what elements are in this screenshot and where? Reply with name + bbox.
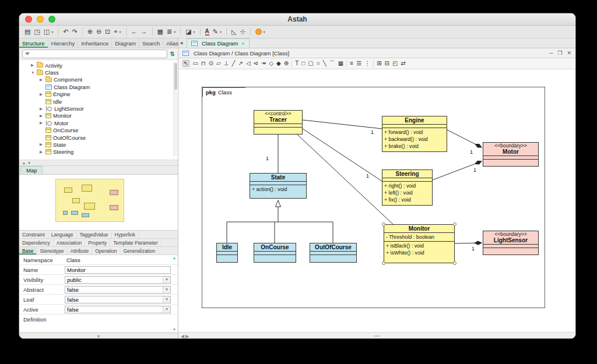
class-motor[interactable]: <<boundary>> Motor: [483, 142, 539, 167]
redo-icon[interactable]: ↷: [72, 29, 77, 35]
tab-inheritance[interactable]: Inheritance: [78, 38, 112, 48]
visibility-select[interactable]: public ▼: [65, 276, 171, 284]
pin-icon[interactable]: ⊹: [240, 29, 245, 35]
tree-item-engine[interactable]: ▶ Engine: [19, 91, 178, 98]
class-monitor[interactable]: Monitor - Threshold : boolean + isBlack(…: [384, 224, 455, 263]
name-field[interactable]: Monitor: [65, 266, 171, 274]
tree-item-class[interactable]: ▼ Class: [19, 69, 178, 76]
abstract-select[interactable]: false ▼: [65, 286, 171, 294]
multiplicity-label[interactable]: 1: [473, 167, 476, 173]
expand-arrow-icon[interactable]: ▶: [40, 142, 45, 147]
chart-dropdown-icon[interactable]: ▾: [194, 30, 195, 34]
interface-tool-icon[interactable]: ⊙: [209, 61, 213, 66]
note-tool-icon[interactable]: ▱: [216, 61, 221, 66]
window-titlebar[interactable]: Astah: [19, 13, 575, 26]
active-select[interactable]: false ▼: [65, 306, 171, 313]
class-steering[interactable]: Steering + right() : void + left() : voi…: [382, 169, 433, 206]
tab-base[interactable]: Base: [19, 247, 37, 255]
expand-arrow-icon[interactable]: ▶: [40, 121, 45, 125]
class-engine[interactable]: Engine + forward() : void + backward() :…: [382, 116, 447, 152]
tab-diagram[interactable]: Diagram: [112, 38, 139, 48]
tree-item-class-diagram[interactable]: Class Diagram: [19, 83, 178, 90]
tab-taggedvalue[interactable]: TaggedValue: [77, 231, 112, 238]
line-color-icon[interactable]: ✎: [213, 29, 218, 35]
expand-arrow-icon[interactable]: ▶: [40, 92, 45, 97]
anchor-tool-icon[interactable]: ⊥: [224, 61, 229, 66]
save-dropdown-icon[interactable]: ▾: [51, 30, 53, 34]
filter-sort-button[interactable]: ⇅: [170, 51, 175, 57]
tree-item-activity[interactable]: ▶ Activity: [19, 62, 178, 69]
tree-item-component[interactable]: ▶ Component: [19, 76, 178, 83]
tree-item-idle[interactable]: Idle: [19, 98, 178, 105]
grid-icon[interactable]: ▦: [157, 29, 163, 35]
definition-field[interactable]: [65, 314, 171, 322]
feedback-dropdown-icon[interactable]: ▾: [264, 30, 265, 34]
tree-item-outofcourse[interactable]: OutOfCourse: [19, 134, 178, 141]
panel-down-icon[interactable]: ▼: [27, 161, 31, 165]
selection-knob[interactable]: [453, 261, 456, 265]
tab-attribute[interactable]: Attribute: [68, 247, 93, 255]
selection-knob[interactable]: [382, 222, 385, 226]
view-dropdown-icon[interactable]: ▾: [174, 30, 175, 34]
multiplicity-label[interactable]: 1: [371, 129, 374, 135]
font-color-icon[interactable]: A: [205, 29, 209, 36]
arc-tool-icon[interactable]: ⌒: [329, 61, 335, 66]
chevron-down-icon[interactable]: ▼: [163, 306, 170, 313]
open-icon[interactable]: ◳: [34, 29, 40, 35]
diagram-canvas[interactable]: pkg Class: [178, 69, 575, 332]
directed-association-tool-icon[interactable]: ↗: [238, 61, 243, 66]
line-tool-icon[interactable]: ╲: [323, 61, 326, 66]
expand-arrow-icon[interactable]: ▶: [31, 63, 37, 68]
tree-item-steering[interactable]: ▶ Steering: [19, 149, 178, 156]
tab-dependency[interactable]: Dependency: [19, 239, 54, 246]
association-tool-icon[interactable]: ╱: [231, 61, 235, 66]
swap-orientation-icon[interactable]: ⇄: [401, 61, 405, 66]
align-horizontal-icon[interactable]: ≡: [350, 61, 353, 66]
tree-item-monitor[interactable]: ▶ Monitor: [19, 112, 178, 119]
panel-collapse-strip[interactable]: ▼: [19, 333, 178, 339]
tab-operation[interactable]: Operation: [92, 247, 120, 255]
rounded-rect-tool-icon[interactable]: ▢: [308, 61, 313, 66]
association-tracer-engine[interactable]: [303, 120, 382, 129]
class-oncourse[interactable]: OnCourse: [254, 243, 296, 263]
class-outofcourse[interactable]: OutOfCourse: [310, 243, 357, 263]
minimize-child-icon[interactable]: ─: [549, 50, 553, 56]
realization-tool-icon[interactable]: ⊲: [254, 61, 258, 66]
tab-structure[interactable]: Structure: [19, 38, 48, 48]
minimize-window-button[interactable]: [37, 16, 44, 23]
zoom-out-icon[interactable]: ⊖: [96, 29, 101, 35]
scroll-down-icon[interactable]: ▼: [173, 328, 176, 331]
tab-hyperlink[interactable]: Hyperlink: [112, 231, 139, 238]
close-window-button[interactable]: [25, 16, 32, 23]
canvas-scrollbar-strip[interactable]: ◀▶ •••: [178, 332, 575, 339]
splitter-grip[interactable]: •••: [178, 333, 575, 338]
tree-scrollbar-thumb[interactable]: [174, 63, 177, 90]
class-state[interactable]: State + action() : void: [250, 173, 307, 199]
expand-arrow-icon[interactable]: ▶: [40, 77, 45, 82]
text-tool-icon[interactable]: T: [295, 61, 298, 66]
selection-knob[interactable]: [382, 261, 385, 265]
tree-filter-input[interactable]: [22, 50, 167, 58]
expand-arrow-icon[interactable]: ▶: [40, 150, 45, 154]
tab-generalization[interactable]: Generalization: [121, 247, 159, 255]
dependency-tool-icon[interactable]: ↠: [261, 61, 266, 66]
save-icon[interactable]: ◫: [44, 29, 50, 35]
association-tracer-steering[interactable]: [303, 129, 382, 181]
restore-child-icon[interactable]: ❐: [557, 50, 562, 56]
nav-forward-icon[interactable]: →: [141, 29, 148, 35]
search-icon[interactable]: ⌖: [114, 29, 117, 35]
tab-constraint[interactable]: Constraint: [19, 231, 48, 238]
multiplicity-label[interactable]: 1: [266, 156, 269, 161]
feedback-smiley-icon[interactable]: [255, 29, 262, 35]
scroll-up-icon[interactable]: ▲: [173, 256, 176, 260]
undo-icon[interactable]: ↶: [63, 29, 68, 35]
search-dropdown-icon[interactable]: ▾: [120, 30, 121, 34]
expand-arrow-icon[interactable]: ▶: [40, 107, 45, 111]
multiplicity-label[interactable]: 1: [366, 173, 369, 179]
new-file-icon[interactable]: ▤: [24, 29, 30, 35]
chart-icon[interactable]: ◪: [185, 29, 191, 35]
tree-item-state[interactable]: ▶ State: [19, 141, 178, 148]
zoom-in-icon[interactable]: ⊕: [87, 29, 93, 35]
multiplicity-label[interactable]: 1: [470, 149, 473, 155]
chevron-down-icon[interactable]: ▼: [163, 287, 170, 293]
